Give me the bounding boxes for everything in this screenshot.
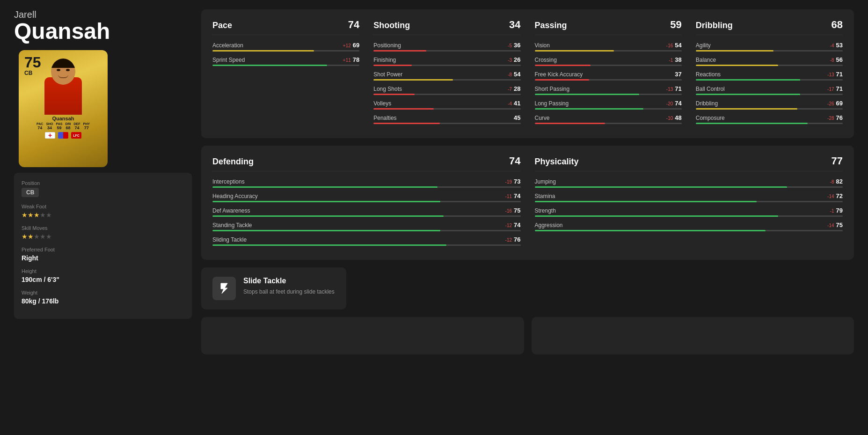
- stat-name: Vision: [535, 42, 550, 49]
- stat-bar: [535, 79, 682, 81]
- stat-bar: [535, 186, 843, 188]
- stat-item: Long Shots-728: [373, 85, 520, 95]
- stat-bar-fill: [696, 108, 797, 110]
- stat-row: Shot Power-854: [373, 71, 520, 78]
- category-value: 74: [348, 19, 359, 31]
- stat-row: Long Shots-728: [373, 85, 520, 92]
- player-last-name: Quansah: [14, 20, 192, 43]
- stat-bar-fill: [212, 201, 440, 202]
- stat-item: Interceptions-1973: [212, 178, 521, 188]
- height-row: Height 190cm / 6'3": [22, 268, 184, 283]
- top-stats-grid: Pace74Acceleration+1269Sprint Speed+1178…: [212, 19, 843, 129]
- stat-bar: [212, 201, 521, 202]
- stat-name: Dribbling: [696, 100, 718, 107]
- stat-modifier: +12: [343, 43, 351, 48]
- stat-item: Dribbling-2669: [696, 100, 843, 110]
- stat-modifier: -13: [666, 87, 673, 92]
- trait-description: Stops ball at feet during slide tackles: [243, 288, 335, 296]
- stat-num: 76: [514, 236, 520, 243]
- stat-row: Sliding Tackle-1276: [212, 236, 521, 243]
- stat-num: 75: [514, 207, 520, 214]
- stat-modifier: -5: [508, 43, 512, 48]
- stat-bar-fill: [696, 65, 778, 66]
- stat-item: Sprint Speed+1178: [212, 56, 359, 66]
- stat-modifier: -8: [830, 179, 834, 184]
- stat-bar-fill: [696, 94, 800, 95]
- stat-name: Curve: [535, 115, 550, 121]
- stat-num: 74: [514, 192, 520, 199]
- stat-bar: [373, 94, 520, 95]
- stat-modifiers: -2074: [666, 100, 682, 107]
- stat-name: Crossing: [535, 57, 557, 63]
- stat-num: 71: [836, 71, 843, 78]
- stat-name: Agility: [696, 42, 711, 49]
- category-name: Pace: [212, 21, 232, 30]
- stat-bar: [535, 108, 682, 110]
- fifa-card: 75 CB: [19, 50, 108, 167]
- top-stats-card: Pace74Acceleration+1269Sprint Speed+1178…: [201, 9, 854, 138]
- stat-name: Volleys: [373, 100, 391, 107]
- stat-bar: [696, 108, 843, 110]
- stat-name: Standing Tackle: [212, 222, 252, 229]
- card-player-name: Quansah: [52, 116, 74, 121]
- stat-row: Stamina-1472: [535, 192, 843, 199]
- stat-item: Heading Accuracy-1174: [212, 192, 521, 202]
- stat-modifiers: -1276: [505, 236, 521, 243]
- stat-modifiers: -1973: [505, 178, 521, 185]
- stat-bar: [373, 108, 520, 110]
- weight-value: 80kg / 176lb: [22, 297, 184, 305]
- stat-row: Ball Control-1771: [696, 85, 843, 92]
- stat-modifiers: 37: [675, 71, 681, 78]
- stat-row: Composure-2876: [696, 114, 843, 121]
- stat-modifiers: -1174: [505, 192, 521, 199]
- stat-item: Vision-1654: [535, 42, 682, 52]
- stat-name: Stamina: [535, 193, 555, 199]
- stat-bar-fill: [535, 123, 605, 124]
- stat-bar-fill: [373, 108, 434, 110]
- height-label: Height: [22, 268, 184, 274]
- stat-row: Volleys-441: [373, 100, 520, 107]
- stat-name: Acceleration: [212, 42, 243, 49]
- stat-bar: [212, 50, 359, 52]
- stat-item: Shot Power-854: [373, 71, 520, 81]
- stat-row: Heading Accuracy-1174: [212, 192, 521, 199]
- stat-modifier: -1: [669, 58, 673, 63]
- stat-name: Sliding Tackle: [212, 236, 247, 243]
- stat-row: Def Awareness-1675: [212, 207, 521, 214]
- stat-name: Positioning: [373, 42, 401, 49]
- left-panel: Jarell Quansah 75 CB: [14, 9, 192, 354]
- trait-info: Slide Tackle Stops ball at feet during s…: [243, 277, 335, 296]
- stat-modifier: -19: [505, 179, 512, 184]
- stat-name: Def Awareness: [212, 207, 250, 214]
- stat-modifiers: -728: [508, 85, 520, 92]
- stat-modifiers: +1178: [343, 56, 359, 63]
- height-value: 190cm / 6'3": [22, 276, 184, 283]
- stat-modifiers: -856: [830, 56, 843, 63]
- stat-modifiers: -882: [830, 178, 843, 185]
- stat-modifier: -20: [666, 101, 673, 106]
- stat-num: 71: [675, 85, 681, 92]
- stat-item: Strength-179: [535, 207, 843, 217]
- stat-modifiers: -1472: [827, 192, 843, 199]
- stat-modifiers: -1371: [666, 85, 682, 92]
- stat-row: Dribbling-2669: [696, 100, 843, 107]
- player-name-header: Jarell Quansah: [14, 9, 192, 43]
- stat-item: Balance-856: [696, 56, 843, 66]
- stat-row: Positioning-536: [373, 42, 520, 49]
- stat-num: 48: [675, 114, 681, 121]
- stat-bar: [696, 79, 843, 81]
- stat-row: Strength-179: [535, 207, 843, 214]
- stat-bar: [373, 50, 520, 52]
- stat-num: 76: [836, 114, 843, 121]
- stat-item: Positioning-536: [373, 42, 520, 52]
- trait-icon: [212, 277, 236, 300]
- stat-name: Long Shots: [373, 86, 402, 92]
- stat-bar-fill: [535, 94, 639, 95]
- card-flags: LFC: [45, 132, 81, 139]
- category-name: Defending: [212, 157, 254, 167]
- stat-row: Free Kick Accuracy37: [535, 71, 682, 78]
- stat-num: 74: [675, 100, 681, 107]
- weak-foot-stars: ★★★★★: [22, 211, 184, 219]
- stat-modifiers: -1048: [666, 114, 682, 121]
- stat-item: Long Passing-2074: [535, 100, 682, 110]
